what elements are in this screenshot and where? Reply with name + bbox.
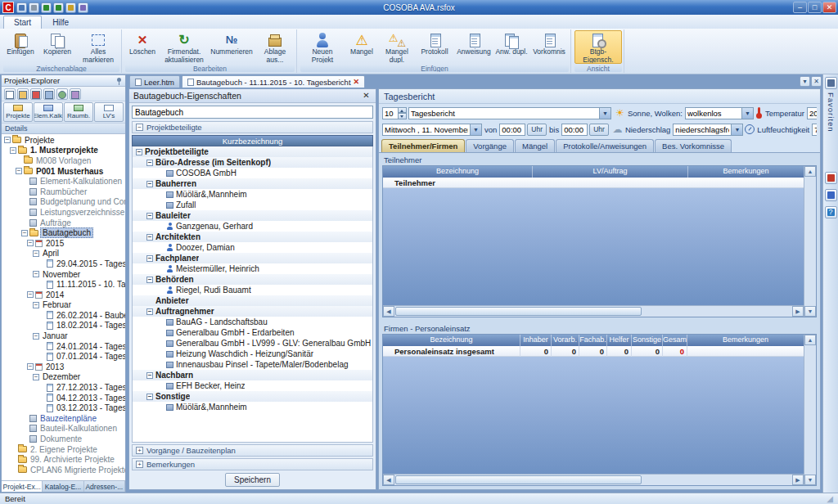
weather-select[interactable] [685, 107, 742, 119]
quick-access-icon[interactable] [78, 2, 88, 13]
tree-item[interactable]: − Projekte [2, 135, 125, 146]
ribbon-button[interactable]: Anweisung [454, 30, 493, 64]
date-picker[interactable] [382, 124, 471, 136]
ribbon-button[interactable]: Firmendat. aktualisieren [160, 30, 208, 64]
expander-icon[interactable]: − [146, 160, 153, 166]
tree-item[interactable]: − 1. Musterprojekte [2, 146, 125, 156]
column-header[interactable]: Inhaber [520, 335, 552, 346]
list-item[interactable]: − Bauleiter [133, 210, 372, 221]
report-tab[interactable]: Vorgänge [466, 139, 514, 152]
dropdown-arrow-icon[interactable] [471, 124, 482, 136]
tree-item[interactable]: 29.04.2015 - Tagesbericht [2, 259, 125, 269]
explorer-toolbar-icon[interactable] [43, 88, 55, 100]
save-button[interactable]: Speichern [225, 473, 280, 487]
tree-item[interactable]: Dokumente [2, 434, 125, 444]
ribbon-button[interactable]: Nummerieren [209, 30, 255, 64]
explorer-toolbar-icon[interactable] [4, 88, 16, 100]
list-item[interactable]: − Büro-Adresse (im Seitenkopf) [133, 157, 372, 168]
list-item[interactable]: Heizung Waschdich - Heizung/Sanitär [133, 349, 372, 359]
expander-icon[interactable]: − [21, 230, 28, 236]
window-control-icon[interactable] [808, 2, 822, 13]
quick-access-icon[interactable] [16, 2, 27, 13]
list-item[interactable]: − Projektbeteiligte [133, 146, 372, 157]
time-to-uhr-button[interactable]: Uhr [589, 124, 609, 136]
ribbon-button[interactable]: Kopieren [38, 30, 76, 64]
scroll-left-icon[interactable]: ◀ [383, 475, 394, 485]
expander-icon[interactable]: − [4, 137, 11, 143]
panel-pin-icon[interactable] [825, 77, 837, 89]
column-header[interactable]: Sonstige [632, 335, 663, 346]
ribbon-button[interactable]: Löschen [125, 30, 160, 64]
precipitation-select[interactable] [673, 124, 732, 136]
ribbon-button[interactable]: Neuen Projekt beteiligten [300, 30, 345, 64]
list-item[interactable]: Generalbau GmbH - LV999 - GLV: Generalba… [133, 338, 372, 349]
list-item[interactable]: Zufall [133, 200, 372, 210]
expander-icon[interactable]: − [136, 149, 142, 155]
document-tab[interactable]: Leer.htm ✕ [129, 75, 180, 88]
explorer-toolbar-icon[interactable] [56, 88, 68, 100]
report-tab[interactable]: Protokolle/Anweisungen [556, 139, 654, 152]
quick-access-icon[interactable] [41, 2, 52, 13]
explorer-tab[interactable]: Projekt-Ex... [2, 481, 43, 492]
ribbon-button[interactable]: Protokoll [416, 30, 453, 64]
ribbon-button[interactable]: Anw. dupl. [494, 30, 529, 64]
tree-item[interactable]: 18.02.2014 - Tagesberich [2, 321, 125, 331]
scroll-up-icon[interactable]: ▲ [804, 166, 816, 177]
resize-grip-icon[interactable]: ◢ [827, 494, 833, 503]
list-item[interactable]: − Auftragnehmer [133, 306, 372, 317]
tree-item[interactable]: − 2013 [2, 362, 125, 372]
column-header[interactable]: Bemerkungen [687, 335, 804, 346]
explorer-nav-button[interactable]: Projekte [3, 102, 33, 122]
report-tab[interactable]: Bes. Vorkomnisse [655, 139, 732, 152]
report-tab[interactable]: Teilnehmer/Firmen [381, 139, 465, 152]
favorites-tab[interactable]: Favoriten [827, 92, 836, 133]
expander-icon[interactable]: − [33, 250, 39, 257]
list-item[interactable]: − Bauherren [133, 178, 372, 189]
vertical-scrollbar[interactable]: ▲ ▼ [804, 166, 816, 317]
column-header[interactable]: Bemerkungen [688, 166, 804, 178]
list-item[interactable]: − Behörden [133, 274, 372, 285]
scrollbar-thumb[interactable] [395, 307, 642, 316]
dropdown-arrow-icon[interactable] [742, 107, 754, 119]
column-header[interactable]: Helfer [607, 335, 632, 346]
expander-icon[interactable]: − [16, 168, 22, 174]
window-control-icon[interactable] [822, 2, 836, 13]
expander-icon[interactable]: − [146, 213, 153, 219]
tree-item[interactable]: − Bautagebuch [2, 227, 125, 238]
ribbon-tab[interactable]: Hilfe [42, 16, 79, 29]
ribbon-button[interactable]: Mangel [345, 30, 378, 64]
expander-icon[interactable]: − [33, 374, 39, 380]
list-item[interactable]: EFH Becker, Heinz [133, 380, 372, 391]
tree-item[interactable]: Raumbücher [2, 187, 125, 197]
expander-icon[interactable]: − [27, 291, 34, 298]
explorer-nav-button[interactable]: Raumb. [64, 102, 93, 122]
collapse-icon[interactable]: − [136, 124, 143, 131]
section-splitter[interactable] [382, 317, 817, 323]
expander-icon[interactable]: − [146, 255, 153, 262]
expander-icon[interactable]: − [33, 271, 39, 277]
ribbon-button[interactable]: Mangel dupl. [379, 30, 415, 64]
list-item[interactable]: Riegel, Rudi Bauamt [133, 285, 372, 295]
explorer-tab[interactable]: Katalog-E... [43, 481, 83, 492]
list-item[interactable]: − Fachplaner [133, 253, 372, 263]
quick-access-icon[interactable] [29, 2, 39, 13]
ribbon-button[interactable]: Btgb-Eigensch. [574, 30, 622, 64]
tree-item[interactable]: 2. Eigene Projekte [2, 444, 125, 455]
time-from-uhr-button[interactable]: Uhr [527, 124, 547, 136]
column-header[interactable]: Bezeichnung [383, 166, 533, 178]
expander-icon[interactable]: − [146, 308, 153, 315]
horizontal-scrollbar[interactable]: ◀ ▶ [383, 305, 804, 317]
list-item[interactable]: COSOBA GmbH [133, 168, 372, 178]
list-item[interactable]: Ganzgenau, Gerhard [133, 221, 372, 232]
strip-icon[interactable] [825, 189, 837, 201]
ribbon-button[interactable]: Einfügen [3, 30, 38, 64]
tree-item[interactable]: − P001 Musterhaus [2, 166, 125, 177]
tree-item[interactable]: Bauzeitenpläne [2, 413, 125, 424]
column-header[interactable]: Fachab. [579, 335, 607, 346]
scroll-right-icon[interactable]: ▶ [792, 306, 804, 317]
temperature-input[interactable] [807, 107, 817, 119]
column-header[interactable]: Bezeichnung [383, 335, 520, 346]
quick-access-icon[interactable] [65, 2, 76, 13]
expander-icon[interactable]: − [33, 333, 39, 340]
close-document-icon[interactable]: ✕ [811, 76, 822, 87]
